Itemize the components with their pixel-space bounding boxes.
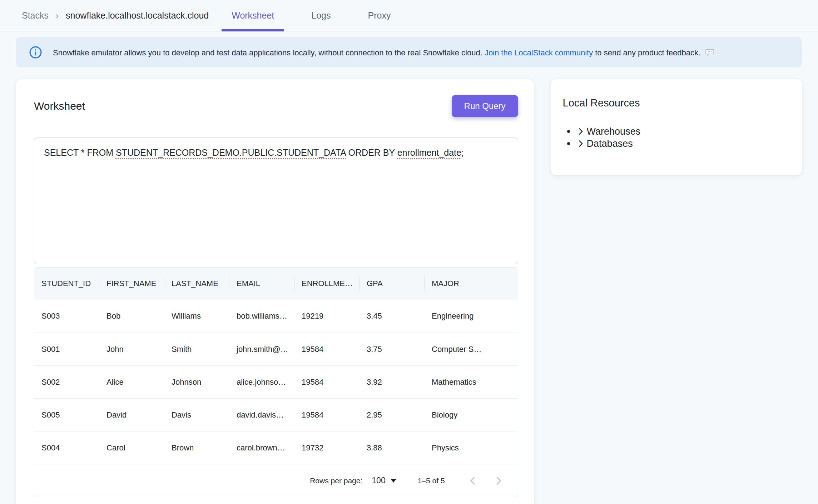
table-row[interactable]: S005 David Davis david.davis… 19584 2.95…	[34, 398, 518, 431]
cell-email: bob.williams…	[229, 300, 294, 333]
cell-last-name: Williams	[164, 300, 229, 333]
cell-gpa: 3.92	[360, 366, 425, 398]
rows-per-page-label: Rows per page:	[310, 476, 362, 485]
cell-email: david.davis…	[229, 399, 294, 431]
bullet-icon	[567, 130, 570, 133]
run-query-button[interactable]: Run Query	[452, 95, 518, 117]
sql-order-column: enrollment_date	[397, 148, 461, 158]
column-header-first-name[interactable]: FIRST_NAME	[99, 268, 164, 300]
column-header-major[interactable]: MAJOR	[425, 268, 518, 300]
local-resources-title: Local Resources	[563, 97, 791, 109]
breadcrumb-current-stack: snowflake.localhost.localstack.cloud	[66, 10, 209, 21]
cell-major: Biology	[425, 399, 518, 431]
tab-worksheet[interactable]: Worksheet	[222, 0, 284, 31]
cell-enrollment-date: 19219	[294, 300, 360, 333]
column-header-student-id[interactable]: STUDENT_ID	[34, 268, 99, 300]
rows-per-page-select[interactable]: 100	[372, 476, 396, 485]
next-page-button[interactable]	[486, 468, 511, 494]
sql-select-clause: SELECT * FROM	[44, 148, 116, 158]
resource-item-warehouses[interactable]: Warehouses	[567, 125, 791, 138]
cell-first-name: John	[99, 333, 164, 365]
cell-last-name: Davis	[164, 399, 229, 431]
cell-email: carol.brown…	[229, 431, 294, 464]
chevron-right-icon	[492, 474, 505, 487]
cell-student-id: S004	[34, 431, 99, 464]
table-row[interactable]: S003 Bob Williams bob.williams… 19219 3.…	[34, 300, 518, 333]
local-resources-card: Local Resources Warehouses Databases	[551, 79, 802, 175]
cell-enrollment-date: 19584	[294, 366, 360, 398]
cell-first-name: David	[99, 399, 164, 431]
cell-first-name: Alice	[99, 366, 164, 398]
chevron-left-icon	[466, 474, 479, 487]
breadcrumb-stacks-link[interactable]: Stacks	[22, 10, 49, 21]
chevron-right-icon[interactable]	[576, 139, 586, 149]
sql-table-reference: STUDENT_RECORDS_DEMO.PUBLIC.STUDENT_DATA	[116, 148, 346, 158]
banner-text: Snowflake emulator allows you to develop…	[53, 47, 715, 58]
cell-enrollment-date: 19584	[294, 399, 360, 431]
cell-gpa: 3.75	[360, 333, 425, 365]
cell-email: john.smith@…	[229, 333, 294, 365]
top-nav: Stacks › snowflake.localhost.localstack.…	[0, 0, 818, 31]
localstack-community-link[interactable]: Join the LocalStack community	[485, 48, 593, 57]
cell-student-id: S001	[34, 333, 99, 365]
table-pagination: Rows per page: 100 1–5 of 5	[34, 464, 518, 497]
chevron-right-icon[interactable]	[576, 126, 586, 136]
previous-page-button[interactable]	[460, 468, 486, 494]
cell-email: alice.johnso…	[229, 366, 294, 398]
tab-bar: Worksheet Logs Proxy	[222, 0, 401, 31]
rows-per-page-value: 100	[372, 476, 385, 485]
table-row[interactable]: S001 John Smith john.smith@… 19584 3.75 …	[34, 333, 518, 365]
info-icon	[29, 46, 42, 59]
worksheet-title: Worksheet	[34, 100, 85, 112]
cell-gpa: 3.45	[360, 300, 425, 333]
table-row[interactable]: S002 Alice Johnson alice.johnso… 19584 3…	[34, 365, 518, 398]
cell-major: Computer S…	[425, 333, 518, 365]
cell-student-id: S002	[34, 366, 99, 398]
bullet-icon	[567, 142, 570, 145]
cell-major: Engineering	[425, 300, 518, 333]
cell-major: Mathematics	[425, 366, 518, 398]
cell-major: Physics	[425, 431, 518, 464]
pagination-controls	[460, 468, 511, 494]
banner-text-before: Snowflake emulator allows you to develop…	[53, 48, 485, 57]
main-content: Worksheet Run Query SELECT * FROM STUDEN…	[0, 67, 818, 504]
breadcrumb-separator-icon: ›	[56, 11, 59, 21]
worksheet-card: Worksheet Run Query SELECT * FROM STUDEN…	[16, 79, 534, 504]
results-table: STUDENT_ID FIRST_NAME LAST_NAME EMAIL EN…	[34, 267, 518, 497]
column-header-gpa[interactable]: GPA	[360, 268, 425, 300]
info-banner: Snowflake emulator allows you to develop…	[16, 37, 802, 67]
sql-editor[interactable]: SELECT * FROM STUDENT_RECORDS_DEMO.PUBLI…	[34, 138, 518, 264]
column-header-enrollment-date[interactable]: ENROLLME…	[294, 268, 360, 300]
cell-first-name: Carol	[99, 431, 164, 464]
speech-bubble-icon	[705, 47, 715, 57]
cell-last-name: Johnson	[164, 366, 229, 398]
column-header-email[interactable]: EMAIL	[229, 268, 294, 300]
cell-first-name: Bob	[99, 300, 164, 333]
cell-last-name: Smith	[164, 333, 229, 365]
cell-student-id: S005	[34, 399, 99, 431]
pagination-range: 1–5 of 5	[418, 476, 445, 485]
tab-logs[interactable]: Logs	[301, 0, 341, 31]
worksheet-card-header: Worksheet Run Query	[34, 95, 518, 117]
sql-order-by-clause: ORDER BY	[346, 148, 397, 158]
tab-proxy[interactable]: Proxy	[358, 0, 401, 31]
breadcrumb: Stacks › snowflake.localhost.localstack.…	[22, 0, 209, 31]
cell-last-name: Brown	[164, 431, 229, 464]
resource-item-label: Databases	[587, 138, 633, 149]
banner-text-after: to send any product feedback.	[593, 48, 700, 57]
local-resources-list: Warehouses Databases	[563, 125, 791, 150]
results-table-header-row: STUDENT_ID FIRST_NAME LAST_NAME EMAIL EN…	[34, 268, 518, 300]
sql-terminator: ;	[461, 148, 464, 158]
cell-enrollment-date: 19584	[294, 333, 360, 365]
caret-down-icon	[391, 479, 396, 483]
resource-item-databases[interactable]: Databases	[567, 138, 791, 150]
table-row[interactable]: S004 Carol Brown carol.brown… 19732 3.88…	[34, 431, 518, 464]
column-header-last-name[interactable]: LAST_NAME	[164, 268, 229, 300]
cell-gpa: 3.88	[360, 431, 425, 464]
resource-item-label: Warehouses	[587, 126, 641, 137]
cell-student-id: S003	[34, 300, 99, 333]
cell-enrollment-date: 19732	[294, 431, 360, 464]
cell-gpa: 2.95	[360, 399, 425, 431]
